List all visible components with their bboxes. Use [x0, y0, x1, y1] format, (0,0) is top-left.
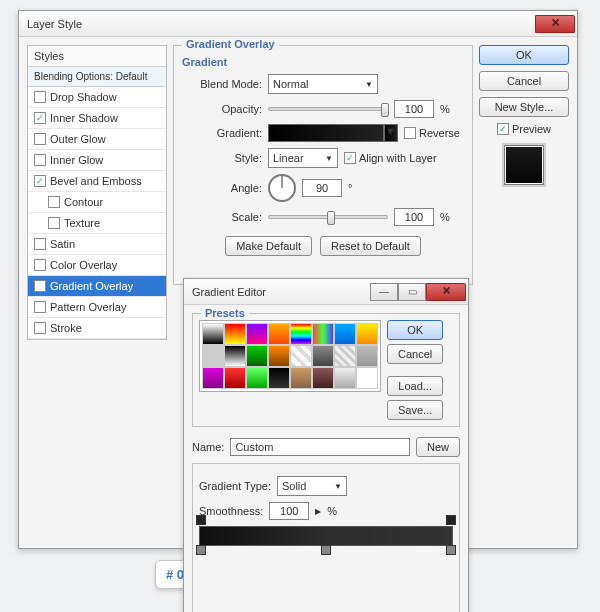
preset-swatch[interactable]: [268, 345, 290, 367]
style-item[interactable]: Gradient Overlay: [28, 276, 166, 297]
ok-button[interactable]: OK: [479, 45, 569, 65]
preset-swatch[interactable]: [202, 367, 224, 389]
style-item[interactable]: Inner Glow: [28, 150, 166, 171]
titlebar: Layer Style ✕: [19, 11, 577, 37]
checkbox[interactable]: [34, 259, 46, 271]
style-item-label: Outer Glow: [50, 133, 106, 145]
new-button[interactable]: New: [416, 437, 460, 457]
reverse-checkbox[interactable]: [404, 127, 416, 139]
style-item[interactable]: Pattern Overlay: [28, 297, 166, 318]
opacity-slider[interactable]: [268, 107, 388, 111]
style-label: Style:: [182, 152, 262, 164]
checkbox[interactable]: [34, 133, 46, 145]
chevron-down-icon: ▼: [384, 124, 398, 142]
style-item[interactable]: Stroke: [28, 318, 166, 339]
preset-swatch[interactable]: [312, 323, 334, 345]
blend-mode-select[interactable]: Normal▼: [268, 74, 378, 94]
preset-swatch[interactable]: [312, 345, 334, 367]
preset-swatch[interactable]: [312, 367, 334, 389]
cancel-button[interactable]: Cancel: [479, 71, 569, 91]
preset-swatch[interactable]: [224, 345, 246, 367]
checkbox[interactable]: [48, 196, 60, 208]
group-legend: Gradient Overlay: [182, 38, 279, 50]
opacity-value[interactable]: 100: [394, 100, 434, 118]
style-item-label: Gradient Overlay: [50, 280, 133, 292]
preset-grid[interactable]: [199, 320, 381, 392]
minimize-icon[interactable]: —: [370, 283, 398, 301]
checkbox[interactable]: [34, 175, 46, 187]
scale-slider[interactable]: [268, 215, 388, 219]
preset-swatch[interactable]: [246, 367, 268, 389]
angle-dial[interactable]: [268, 174, 296, 202]
checkbox[interactable]: [34, 112, 46, 124]
style-item[interactable]: Color Overlay: [28, 255, 166, 276]
make-default-button[interactable]: Make Default: [225, 236, 312, 256]
preset-swatch[interactable]: [290, 345, 312, 367]
style-select[interactable]: Linear▼: [268, 148, 338, 168]
angle-value[interactable]: 90: [302, 179, 342, 197]
name-input[interactable]: Custom: [230, 438, 410, 456]
preview-checkbox[interactable]: [497, 123, 509, 135]
checkbox[interactable]: [34, 280, 46, 292]
style-item[interactable]: Contour: [28, 192, 166, 213]
preset-swatch[interactable]: [268, 367, 290, 389]
preset-swatch[interactable]: [356, 367, 378, 389]
style-item[interactable]: Texture: [28, 213, 166, 234]
chevron-down-icon[interactable]: ▶: [315, 507, 321, 516]
save-button[interactable]: Save...: [387, 400, 443, 420]
preset-swatch[interactable]: [202, 345, 224, 367]
close-icon[interactable]: ✕: [426, 283, 466, 301]
opacity-stop[interactable]: [196, 515, 206, 525]
style-item-label: Texture: [64, 217, 100, 229]
checkbox[interactable]: [34, 238, 46, 250]
style-item[interactable]: Inner Shadow: [28, 108, 166, 129]
editor-ok-button[interactable]: OK: [387, 320, 443, 340]
preset-swatch[interactable]: [334, 345, 356, 367]
load-button[interactable]: Load...: [387, 376, 443, 396]
style-item[interactable]: Outer Glow: [28, 129, 166, 150]
color-stop[interactable]: [446, 545, 456, 555]
preset-swatch[interactable]: [356, 345, 378, 367]
chevron-down-icon: ▼: [334, 482, 342, 491]
new-style-button[interactable]: New Style...: [479, 97, 569, 117]
preset-swatch[interactable]: [224, 367, 246, 389]
preset-swatch[interactable]: [202, 323, 224, 345]
editor-cancel-button[interactable]: Cancel: [387, 344, 443, 364]
preset-swatch[interactable]: [334, 323, 356, 345]
preset-swatch[interactable]: [290, 367, 312, 389]
preset-swatch[interactable]: [246, 345, 268, 367]
checkbox[interactable]: [48, 217, 60, 229]
checkbox[interactable]: [34, 154, 46, 166]
checkbox[interactable]: [34, 301, 46, 313]
preset-swatch[interactable]: [246, 323, 268, 345]
preset-swatch[interactable]: [334, 367, 356, 389]
style-item[interactable]: Drop Shadow: [28, 87, 166, 108]
maximize-icon[interactable]: ▭: [398, 283, 426, 301]
titlebar: Gradient Editor — ▭ ✕: [184, 279, 468, 305]
scale-value[interactable]: 100: [394, 208, 434, 226]
gradient-picker[interactable]: ▼: [268, 124, 398, 142]
style-item-label: Contour: [64, 196, 103, 208]
style-item[interactable]: Bevel and Emboss: [28, 171, 166, 192]
checkbox[interactable]: [34, 322, 46, 334]
preset-swatch[interactable]: [290, 323, 312, 345]
color-stop[interactable]: [321, 545, 331, 555]
blending-options[interactable]: Blending Options: Default: [28, 67, 166, 87]
reset-default-button[interactable]: Reset to Default: [320, 236, 421, 256]
preset-swatch[interactable]: [268, 323, 290, 345]
close-icon[interactable]: ✕: [535, 15, 575, 33]
style-item-label: Stroke: [50, 322, 82, 334]
gradient-bar[interactable]: [199, 526, 453, 546]
smooth-value[interactable]: 100: [269, 502, 309, 520]
checkbox[interactable]: [34, 91, 46, 103]
opacity-stop[interactable]: [446, 515, 456, 525]
name-label: Name:: [192, 441, 224, 453]
preset-swatch[interactable]: [356, 323, 378, 345]
styles-header[interactable]: Styles: [28, 46, 166, 67]
style-item[interactable]: Satin: [28, 234, 166, 255]
align-checkbox[interactable]: [344, 152, 356, 164]
type-select[interactable]: Solid▼: [277, 476, 347, 496]
angle-label: Angle:: [182, 182, 262, 194]
color-stop[interactable]: [196, 545, 206, 555]
preset-swatch[interactable]: [224, 323, 246, 345]
